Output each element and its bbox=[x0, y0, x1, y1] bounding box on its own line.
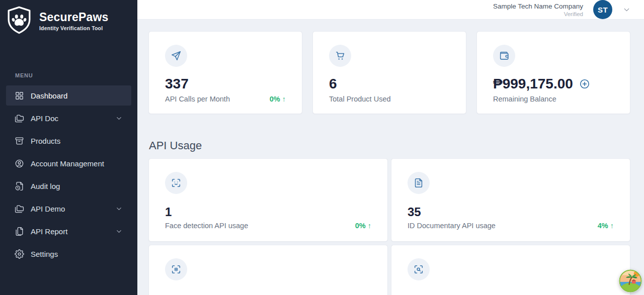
archive-box-icon bbox=[15, 136, 24, 146]
document-icon bbox=[413, 177, 424, 188]
stat-card-remaining-balance: ₱999,175.00 Remaining Balance bbox=[477, 32, 630, 114]
sidebar-item-label: Audit log bbox=[31, 182, 60, 190]
usage-label: Face detection API usage bbox=[165, 222, 248, 230]
chevron-down-icon bbox=[115, 115, 123, 122]
file-clock-icon bbox=[15, 181, 24, 191]
chevron-down-icon[interactable] bbox=[622, 6, 631, 14]
wallet-icon bbox=[499, 50, 510, 61]
sidebar-item-api-report[interactable]: API Report bbox=[6, 221, 131, 241]
stat-card-products-used: 6 Total Product Used bbox=[313, 32, 466, 114]
usage-card-barcode bbox=[149, 245, 387, 295]
dashboard-grid-icon bbox=[15, 91, 24, 101]
sidebar-item-label: Dashboard bbox=[31, 91, 67, 100]
usage-value: 35 bbox=[408, 205, 614, 219]
sidebar-item-label: API Report bbox=[31, 227, 67, 236]
stat-value: 337 bbox=[165, 76, 286, 92]
sidebar-item-label: API Doc bbox=[31, 114, 58, 123]
sidebar-item-audit-log[interactable]: Audit log bbox=[6, 176, 131, 196]
brand-logo[interactable]: SecurePaws Identity Verification Tool bbox=[0, 0, 137, 41]
sidebar-item-label: Account Management bbox=[31, 159, 104, 168]
sidebar-item-label: API Demo bbox=[31, 205, 65, 213]
usage-card-search bbox=[391, 245, 630, 295]
trend-up-indicator: 0% ↑ bbox=[355, 222, 371, 230]
balance-value: ₱999,175.00 bbox=[493, 76, 573, 92]
usage-card-face-detection: 1 Face detection API usage 0% ↑ bbox=[149, 159, 387, 241]
usage-value: 1 bbox=[165, 205, 371, 219]
stats-row: 337 API Calls per Month 0% ↑ 6 Total Pro… bbox=[149, 32, 630, 114]
trend-up-indicator: 0% ↑ bbox=[270, 95, 286, 103]
sidebar-item-products[interactable]: Products bbox=[6, 131, 131, 151]
sidebar-item-label: Products bbox=[31, 137, 60, 145]
trend-up-indicator: 4% ↑ bbox=[598, 222, 614, 230]
folders-icon bbox=[15, 204, 24, 214]
sidebar-item-api-demo[interactable]: API Demo bbox=[6, 199, 131, 219]
user-circle-icon bbox=[15, 159, 24, 168]
api-usage-row: 1 Face detection API usage 0% ↑ 35 ID Do… bbox=[149, 159, 630, 241]
chevron-down-icon bbox=[115, 228, 123, 235]
stat-card-api-calls: 337 API Calls per Month 0% ↑ bbox=[149, 32, 302, 114]
company-name: Sample Tech Name Company bbox=[493, 3, 583, 10]
files-icon bbox=[15, 227, 24, 236]
paper-plane-icon bbox=[171, 50, 182, 61]
stat-label: Remaining Balance bbox=[493, 95, 556, 103]
shopping-cart-icon bbox=[335, 50, 346, 61]
topbar: Sample Tech Name Company Verified ST bbox=[137, 0, 644, 20]
brand-tagline: Identity Verification Tool bbox=[39, 25, 109, 31]
usage-label: ID Documentary API usage bbox=[408, 222, 496, 230]
tropical-island-icon bbox=[619, 269, 642, 292]
stat-label: Total Product Used bbox=[329, 95, 391, 103]
usage-card-id-documentary: 35 ID Documentary API usage 4% ↑ bbox=[391, 159, 630, 241]
chevron-down-icon bbox=[115, 205, 123, 213]
face-scan-icon bbox=[171, 177, 182, 188]
gear-icon bbox=[15, 249, 24, 259]
api-usage-title: API Usage bbox=[149, 139, 630, 153]
stat-value: 6 bbox=[329, 76, 450, 92]
stat-label: API Calls per Month bbox=[165, 95, 230, 103]
shield-paw-logo-icon bbox=[4, 5, 35, 36]
api-usage-row-partial bbox=[149, 245, 630, 295]
sidebar-item-settings[interactable]: Settings bbox=[6, 244, 131, 264]
sidebar-item-label: Settings bbox=[31, 250, 58, 258]
add-funds-button[interactable] bbox=[579, 78, 590, 89]
sidebar: SecurePaws Identity Verification Tool ME… bbox=[0, 0, 137, 295]
sidebar-item-api-doc[interactable]: API Doc bbox=[6, 108, 131, 128]
menu-section-label: MENU bbox=[0, 72, 137, 78]
barcode-scan-icon bbox=[171, 264, 182, 275]
island-widget-button[interactable] bbox=[619, 269, 642, 292]
sidebar-nav: Dashboard API Doc Products Account Manag… bbox=[0, 85, 137, 266]
search-scan-icon bbox=[413, 264, 424, 275]
sidebar-item-dashboard[interactable]: Dashboard bbox=[6, 85, 131, 106]
main-area: Sample Tech Name Company Verified ST 337… bbox=[137, 0, 644, 295]
folders-icon bbox=[15, 114, 24, 123]
brand-name: SecurePaws bbox=[39, 11, 109, 24]
dashboard-content: 337 API Calls per Month 0% ↑ 6 Total Pro… bbox=[137, 20, 644, 295]
avatar[interactable]: ST bbox=[593, 0, 612, 19]
account-menu[interactable]: Sample Tech Name Company Verified ST bbox=[493, 0, 631, 19]
sidebar-item-account-management[interactable]: Account Management bbox=[6, 153, 131, 173]
verified-badge: Verified bbox=[493, 11, 583, 17]
